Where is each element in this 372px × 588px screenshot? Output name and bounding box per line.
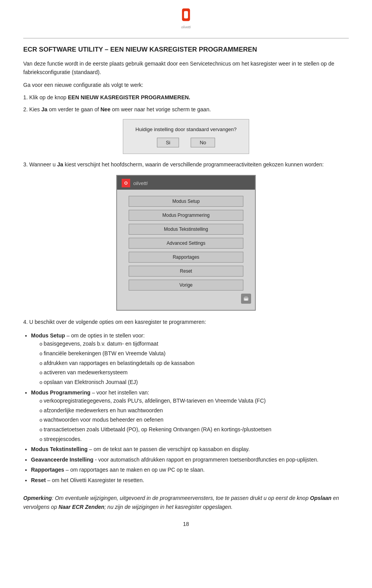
intro-text: Van deze functie wordt in de eerste plaa… [23,59,349,77]
screen-brand: olivetti [133,180,148,186]
page-number: 18 [23,521,349,527]
olivetti-logo: olivetti [172,8,200,31]
step-4: 4. U beschikt over de volgende opties om… [23,318,349,326]
dialog-box: Huidige instelling door standaard vervan… [123,119,250,154]
step-1-number: 1. [23,94,28,100]
step-3: 3. Wanneer u Ja kiest verschijnt het hoo… [23,160,349,169]
svg-rect-5 [245,299,248,301]
screen-btn-rapportages[interactable]: Rapportages [129,252,243,263]
logo-container: olivetti [23,8,349,31]
svg-rect-4 [245,296,248,298]
screen-btn-modus-programmering[interactable]: Modus Programmering [129,210,243,221]
note-section: Opmerking: Om eventuele wijzigingen, uit… [23,494,349,512]
step-3-text: Wanneer u [29,161,57,168]
screen-box: O olivetti Modus Setup Modus Programmeri… [116,175,256,311]
svg-rect-1 [184,11,188,19]
dialog-no-button[interactable]: No [191,138,215,147]
step-2-end: om weer naar het vorige scherm te gaan. [110,106,211,112]
option-geavanceerde-instelling: Geavanceerde Instelling - voor automatis… [31,455,349,464]
option-intro-modus-setup: – om de opties in te stellen voor: [65,332,145,339]
option-rapportages: Rapportages – om rapportages aan te make… [31,465,349,474]
step-2-mid: om verder te gaan of [47,106,100,112]
dialog-question: Huidige instelling door standaard vervan… [136,126,237,132]
header-divider [23,38,349,38]
screen-logo-letter: O [124,181,128,185]
dialog-image-container: Huidige instelling door standaard vervan… [23,119,349,154]
screen-btn-vorige[interactable]: Vorige [129,280,243,291]
modus-programmering-subitems: verkoopregistratiegegevens, zoals PLU's,… [40,397,349,443]
screen-btn-modus-tekstinstelling[interactable]: Modus Tekstinstelling [129,224,243,235]
dialog-yes-button[interactable]: Si [157,138,179,147]
dialog-buttons: Si No [157,138,215,147]
option-modus-setup: Modus Setup – om de opties in te stellen… [31,331,349,387]
note-text3: ; nu zijn de wijzigingen in het kasregis… [104,504,232,510]
step-3-bold: Ja [57,161,63,168]
step-2-bold-ja: Ja [41,106,48,112]
modus-prog-item-4: transactietoetsen zoals Uitbetaald (PO),… [40,425,349,434]
main-screen-container: O olivetti Modus Setup Modus Programmeri… [23,175,349,311]
modus-setup-item-2: financiële berekeningen (BTW en Vreemde … [40,349,349,358]
modus-prog-item-2: afzonderlijke medewerkers en hun wachtwo… [40,406,349,415]
option-title-modus-tekstinstelling: Modus Tekstinstelling [31,446,88,452]
step-4-text: U beschikt over de volgende opties om ee… [29,319,206,325]
step-3-text2: kiest verschijnt het hoofdscherm, waarin… [63,161,324,168]
option-modus-tekstinstelling: Modus Tekstinstelling – om de tekst aan … [31,445,349,453]
screen-logo-box: O [122,179,130,187]
modus-setup-item-3: afdrukken van rapportages en belastingde… [40,359,349,368]
svg-text:olivetti: olivetti [181,25,191,29]
step-1: 1. Klik op de knop EEN NIEUW KASREGISTER… [23,93,349,102]
option-title-rapportages: Rapportages [31,467,64,473]
note-text: : Om eventuele wijzigingen, uitgevoerd i… [52,495,310,501]
screen-header: O olivetti [117,176,255,190]
step-4-number: 4. [23,319,28,325]
note-bold2: Naar ECR Zenden [59,504,104,510]
option-intro-modus-tekstinstelling: – om de tekst aan te passen die verschij… [88,446,250,452]
screen-icon [241,294,251,304]
step-2-number: 2. [23,106,28,112]
printer-icon [243,296,249,302]
modus-setup-item-5: opslaan van Elektronisch Journaal (EJ) [40,378,349,387]
screen-footer [117,291,255,304]
option-title-geavanceerde-instelling: Geavanceerde Instelling [31,457,93,463]
step-1-bold: EEN NIEUW KASREGISTER PROGRAMMEREN. [68,94,190,100]
note-bold1: Opslaan [310,495,331,501]
option-title-modus-setup: Modus Setup [31,332,65,339]
option-modus-programmering: Modus Programmering – voor het instellen… [31,388,349,444]
step-2-bold-nee: Nee [100,106,110,112]
screen-btn-modus-setup[interactable]: Modus Setup [129,196,243,207]
modus-prog-item-3: wachtwoorden voor modus beheerder en oef… [40,416,349,424]
option-intro-prefix-geavanceerde: - [93,457,98,463]
option-reset: Reset – om het Olivetti Kasregister te r… [31,476,349,484]
modus-prog-item-5: streepjescodes. [40,435,349,444]
screen-buttons: Modus Setup Modus Programmering Modus Te… [117,196,255,291]
screen-btn-advanced-settings[interactable]: Advanced Settings [129,238,243,249]
modus-setup-subitems: basisgegevens, zoals b.v. datum- en tijd… [40,340,349,386]
modus-prog-item-1: verkoopregistratiegegevens, zoals PLU's,… [40,397,349,405]
step-2: 2. Kies Ja om verder te gaan of Nee om w… [23,105,349,114]
option-title-modus-programmering: Modus Programmering [31,389,90,396]
modus-setup-item-4: activeren van medewerkersysteem [40,368,349,377]
step-intro: Ga voor een nieuwe configuratie als volg… [23,81,349,89]
page-title: ECR SOFTWARE UTILITY – EEN NIEUW KASREGI… [23,45,349,54]
option-intro-modus-programmering: – voor het instellen van: [90,389,149,396]
option-intro-reset: – om het Olivetti Kasregister te resette… [46,477,144,483]
modus-setup-item-1: basisgegevens, zoals b.v. datum- en tijd… [40,340,349,348]
step-3-number: 3. [23,161,28,168]
option-intro-rapportages: – om rapportages aan te maken en op uw P… [64,467,205,473]
step-2-text: Kies [29,106,41,112]
options-list: Modus Setup – om de opties in te stellen… [31,331,349,484]
option-title-reset: Reset [31,477,46,483]
note-label: Opmerking [23,495,52,501]
option-intro-geavanceerde-instelling: voor automatisch afdrukken rapport en pr… [98,457,319,463]
step-1-text: Klik op de knop [29,94,68,100]
screen-btn-reset[interactable]: Reset [129,266,243,277]
